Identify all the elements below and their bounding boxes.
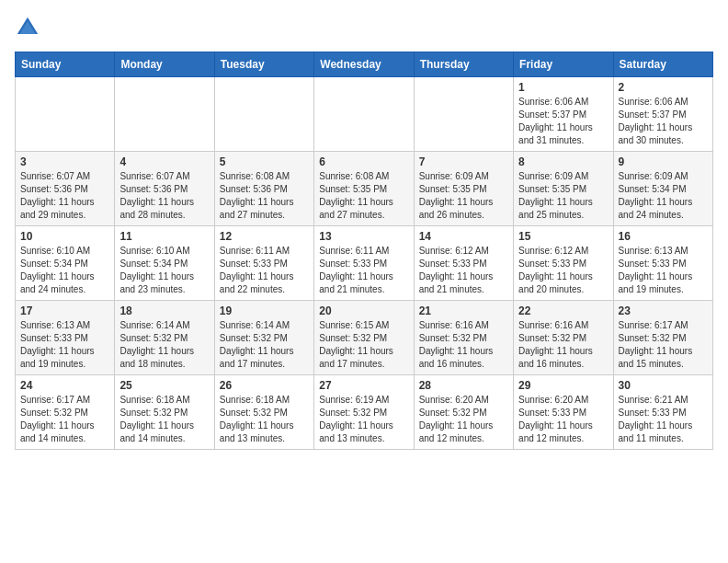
day-number: 23 [619, 304, 708, 317]
weekday-monday: Monday [115, 52, 214, 77]
day-number: 16 [619, 230, 708, 243]
day-number: 26 [220, 379, 309, 392]
day-info: Sunrise: 6:14 AM Sunset: 5:32 PM Dayligh… [220, 319, 309, 371]
weekday-header-row: SundayMondayTuesdayWednesdayThursdayFrid… [16, 52, 713, 77]
day-info: Sunrise: 6:12 AM Sunset: 5:33 PM Dayligh… [419, 245, 508, 296]
calendar-cell: 17Sunrise: 6:13 AM Sunset: 5:33 PM Dayli… [16, 301, 115, 375]
calendar-week-2: 3Sunrise: 6:07 AM Sunset: 5:36 PM Daylig… [16, 152, 713, 226]
day-info: Sunrise: 6:11 AM Sunset: 5:33 PM Dayligh… [220, 245, 309, 296]
calendar-body: 1Sunrise: 6:06 AM Sunset: 5:37 PM Daylig… [16, 77, 713, 450]
day-info: Sunrise: 6:20 AM Sunset: 5:32 PM Dayligh… [419, 394, 508, 445]
day-info: Sunrise: 6:06 AM Sunset: 5:37 PM Dayligh… [518, 96, 608, 147]
day-number: 14 [419, 230, 508, 243]
day-number: 28 [419, 379, 508, 392]
calendar-cell: 27Sunrise: 6:19 AM Sunset: 5:32 PM Dayli… [314, 375, 414, 450]
day-number: 20 [319, 304, 408, 317]
day-info: Sunrise: 6:17 AM Sunset: 5:32 PM Dayligh… [20, 394, 109, 445]
calendar-cell: 3Sunrise: 6:07 AM Sunset: 5:36 PM Daylig… [16, 152, 115, 226]
day-info: Sunrise: 6:17 AM Sunset: 5:32 PM Dayligh… [619, 319, 708, 371]
weekday-tuesday: Tuesday [214, 52, 313, 77]
weekday-wednesday: Wednesday [314, 52, 414, 77]
day-info: Sunrise: 6:18 AM Sunset: 5:32 PM Dayligh… [220, 394, 309, 445]
day-number: 3 [20, 155, 109, 168]
calendar-cell: 15Sunrise: 6:12 AM Sunset: 5:33 PM Dayli… [514, 226, 613, 301]
day-number: 12 [220, 230, 309, 243]
day-info: Sunrise: 6:09 AM Sunset: 5:35 PM Dayligh… [518, 170, 608, 222]
calendar-week-5: 24Sunrise: 6:17 AM Sunset: 5:32 PM Dayli… [16, 375, 713, 450]
day-number: 11 [119, 230, 209, 243]
day-number: 29 [518, 379, 608, 392]
calendar-cell: 10Sunrise: 6:10 AM Sunset: 5:34 PM Dayli… [16, 226, 115, 301]
day-number: 6 [319, 155, 408, 168]
day-number: 5 [220, 155, 309, 168]
calendar-cell: 21Sunrise: 6:16 AM Sunset: 5:32 PM Dayli… [414, 301, 513, 375]
calendar-cell: 24Sunrise: 6:17 AM Sunset: 5:32 PM Dayli… [16, 375, 115, 450]
calendar-week-4: 17Sunrise: 6:13 AM Sunset: 5:33 PM Dayli… [16, 301, 713, 375]
calendar-cell [414, 77, 513, 152]
calendar-cell: 1Sunrise: 6:06 AM Sunset: 5:37 PM Daylig… [514, 77, 613, 152]
calendar-cell: 16Sunrise: 6:13 AM Sunset: 5:33 PM Dayli… [613, 226, 712, 301]
calendar-cell: 14Sunrise: 6:12 AM Sunset: 5:33 PM Dayli… [414, 226, 513, 301]
day-number: 15 [518, 230, 608, 243]
day-info: Sunrise: 6:09 AM Sunset: 5:35 PM Dayligh… [419, 170, 508, 222]
calendar-cell: 12Sunrise: 6:11 AM Sunset: 5:33 PM Dayli… [214, 226, 313, 301]
day-info: Sunrise: 6:07 AM Sunset: 5:36 PM Dayligh… [119, 170, 209, 222]
calendar-cell: 19Sunrise: 6:14 AM Sunset: 5:32 PM Dayli… [214, 301, 313, 375]
day-number: 7 [419, 155, 508, 168]
logo-icon [15, 15, 40, 40]
day-info: Sunrise: 6:06 AM Sunset: 5:37 PM Dayligh… [619, 96, 708, 147]
calendar-cell [314, 77, 414, 152]
day-number: 30 [619, 379, 708, 392]
day-info: Sunrise: 6:10 AM Sunset: 5:34 PM Dayligh… [20, 245, 109, 296]
day-info: Sunrise: 6:21 AM Sunset: 5:33 PM Dayligh… [619, 394, 708, 445]
day-info: Sunrise: 6:18 AM Sunset: 5:32 PM Dayligh… [119, 394, 209, 445]
calendar-cell: 9Sunrise: 6:09 AM Sunset: 5:34 PM Daylig… [613, 152, 712, 226]
weekday-friday: Friday [514, 52, 613, 77]
calendar-week-1: 1Sunrise: 6:06 AM Sunset: 5:37 PM Daylig… [16, 77, 713, 152]
calendar-cell: 26Sunrise: 6:18 AM Sunset: 5:32 PM Dayli… [214, 375, 313, 450]
day-number: 13 [319, 230, 408, 243]
calendar-table: SundayMondayTuesdayWednesdayThursdayFrid… [15, 52, 713, 450]
day-info: Sunrise: 6:08 AM Sunset: 5:35 PM Dayligh… [319, 170, 408, 222]
calendar-cell: 30Sunrise: 6:21 AM Sunset: 5:33 PM Dayli… [613, 375, 712, 450]
calendar-cell: 25Sunrise: 6:18 AM Sunset: 5:32 PM Dayli… [115, 375, 214, 450]
calendar-cell: 5Sunrise: 6:08 AM Sunset: 5:36 PM Daylig… [214, 152, 313, 226]
day-info: Sunrise: 6:11 AM Sunset: 5:33 PM Dayligh… [319, 245, 408, 296]
day-info: Sunrise: 6:20 AM Sunset: 5:33 PM Dayligh… [518, 394, 608, 445]
day-number: 2 [619, 81, 708, 94]
day-info: Sunrise: 6:16 AM Sunset: 5:32 PM Dayligh… [419, 319, 508, 371]
day-number: 22 [518, 304, 608, 317]
calendar-cell: 6Sunrise: 6:08 AM Sunset: 5:35 PM Daylig… [314, 152, 414, 226]
day-info: Sunrise: 6:10 AM Sunset: 5:34 PM Dayligh… [119, 245, 209, 296]
day-number: 9 [619, 155, 708, 168]
day-number: 25 [119, 379, 209, 392]
page-header [15, 15, 713, 40]
calendar-cell: 4Sunrise: 6:07 AM Sunset: 5:36 PM Daylig… [115, 152, 214, 226]
calendar-cell [214, 77, 313, 152]
day-info: Sunrise: 6:19 AM Sunset: 5:32 PM Dayligh… [319, 394, 408, 445]
calendar-cell: 28Sunrise: 6:20 AM Sunset: 5:32 PM Dayli… [414, 375, 513, 450]
day-number: 27 [319, 379, 408, 392]
calendar-cell: 2Sunrise: 6:06 AM Sunset: 5:37 PM Daylig… [613, 77, 712, 152]
weekday-thursday: Thursday [414, 52, 513, 77]
day-info: Sunrise: 6:09 AM Sunset: 5:34 PM Dayligh… [619, 170, 708, 222]
day-info: Sunrise: 6:08 AM Sunset: 5:36 PM Dayligh… [220, 170, 309, 222]
weekday-saturday: Saturday [613, 52, 712, 77]
day-number: 21 [419, 304, 508, 317]
day-number: 8 [518, 155, 608, 168]
day-info: Sunrise: 6:14 AM Sunset: 5:32 PM Dayligh… [119, 319, 209, 371]
day-number: 4 [119, 155, 209, 168]
day-number: 17 [20, 304, 109, 317]
day-number: 19 [220, 304, 309, 317]
calendar-cell: 11Sunrise: 6:10 AM Sunset: 5:34 PM Dayli… [115, 226, 214, 301]
calendar-cell: 13Sunrise: 6:11 AM Sunset: 5:33 PM Dayli… [314, 226, 414, 301]
calendar-cell: 20Sunrise: 6:15 AM Sunset: 5:32 PM Dayli… [314, 301, 414, 375]
day-info: Sunrise: 6:07 AM Sunset: 5:36 PM Dayligh… [20, 170, 109, 222]
day-info: Sunrise: 6:15 AM Sunset: 5:32 PM Dayligh… [319, 319, 408, 371]
day-info: Sunrise: 6:13 AM Sunset: 5:33 PM Dayligh… [619, 245, 708, 296]
calendar-cell: 18Sunrise: 6:14 AM Sunset: 5:32 PM Dayli… [115, 301, 214, 375]
calendar-cell [115, 77, 214, 152]
day-number: 24 [20, 379, 109, 392]
day-info: Sunrise: 6:16 AM Sunset: 5:32 PM Dayligh… [518, 319, 608, 371]
calendar-cell: 22Sunrise: 6:16 AM Sunset: 5:32 PM Dayli… [514, 301, 613, 375]
